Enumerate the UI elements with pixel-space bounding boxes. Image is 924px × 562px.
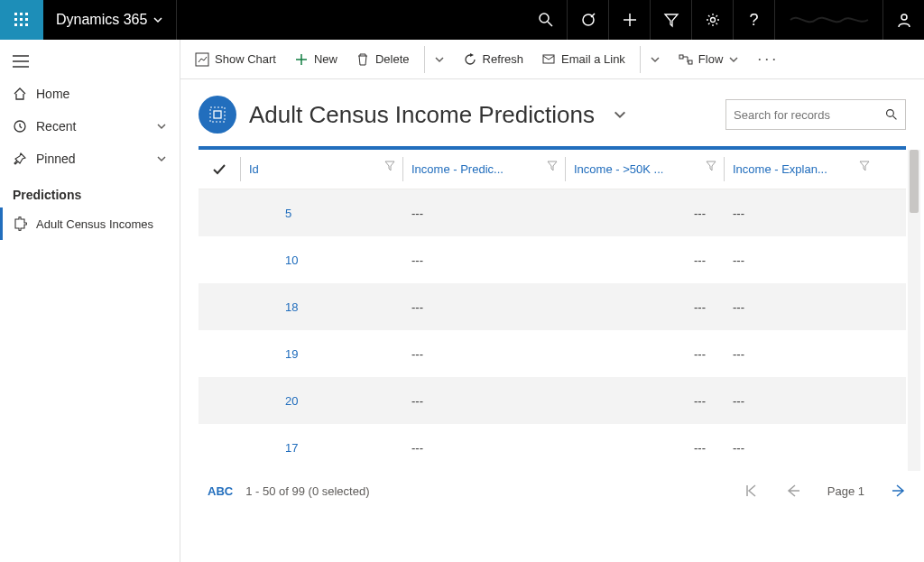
chevron-down-icon: [152, 14, 163, 25]
table-row[interactable]: 18---------: [199, 283, 906, 330]
next-page-button[interactable]: [892, 484, 906, 498]
column-select-all[interactable]: [199, 150, 240, 189]
cmd-label: Email a Link: [561, 52, 625, 66]
plus-icon: [294, 52, 309, 67]
record-range-label: 1 - 50 of 99 (0 selected): [245, 484, 369, 498]
table-row[interactable]: 5---------: [199, 189, 906, 236]
email-split-chevron[interactable]: [640, 46, 666, 73]
refresh-button[interactable]: Refresh: [457, 46, 530, 73]
flow-button[interactable]: Flow: [673, 46, 744, 73]
svg-rect-2: [25, 13, 28, 15]
cell-id[interactable]: 10: [240, 253, 402, 267]
chevron-down-icon: [434, 54, 445, 65]
svg-rect-27: [210, 107, 225, 122]
cell-prediction: ---: [402, 441, 565, 455]
column-label: Income - Explan...: [733, 162, 827, 176]
svg-rect-0: [14, 13, 17, 15]
cell-explanation: ---: [724, 347, 877, 361]
table-row[interactable]: 19---------: [199, 330, 906, 377]
new-button[interactable]: New: [289, 46, 343, 73]
svg-rect-8: [25, 23, 28, 26]
cmd-label: New: [314, 52, 337, 66]
sidebar-item-home[interactable]: Home: [0, 78, 180, 110]
top-navbar: Dynamics 365 ?: [0, 0, 924, 40]
ellipsis-icon: ···: [757, 50, 779, 69]
gear-icon: [705, 12, 721, 28]
chevron-down-icon: [156, 153, 167, 164]
column-header-gt50k[interactable]: Income - >50K ...: [565, 150, 724, 189]
svg-rect-26: [688, 60, 692, 64]
show-chart-button[interactable]: Show Chart: [189, 46, 282, 73]
chart-icon: [195, 52, 209, 67]
app-launcher-button[interactable]: [0, 0, 43, 40]
cell-id[interactable]: 20: [240, 394, 402, 408]
alpha-filter-button[interactable]: ABC: [199, 484, 233, 498]
more-commands-button[interactable]: ···: [752, 46, 784, 73]
column-header-id[interactable]: Id: [240, 150, 402, 189]
filter-icon[interactable]: [859, 161, 870, 171]
svg-point-15: [710, 18, 715, 23]
email-link-button[interactable]: Email a Link: [536, 46, 631, 73]
trash-icon: [356, 52, 370, 67]
svg-rect-25: [679, 55, 683, 59]
puzzle-icon: [13, 217, 27, 231]
grid-icon: [208, 106, 226, 124]
grid-scrollbar[interactable]: [908, 150, 920, 471]
filter-icon[interactable]: [547, 161, 558, 171]
record-search[interactable]: [725, 99, 906, 130]
svg-rect-28: [214, 111, 221, 118]
table-row[interactable]: 17---------: [199, 424, 906, 471]
sidebar-item-adult-census[interactable]: Adult Census Incomes: [0, 207, 180, 240]
scribble-icon: [789, 11, 870, 29]
first-page-button[interactable]: [744, 484, 759, 498]
product-switcher[interactable]: Dynamics 365: [43, 0, 177, 40]
sidebar-item-pinned[interactable]: Pinned: [0, 143, 180, 175]
flow-icon: [679, 52, 693, 67]
chevron-down-icon: [156, 121, 167, 132]
main-area: Show Chart New Delete Refresh Email a Li…: [180, 40, 924, 562]
column-header-prediction[interactable]: Income - Predic...: [402, 150, 565, 189]
sidebar: Home Recent Pinned Predictions Adult Cen…: [0, 40, 180, 562]
cell-prediction: ---: [402, 300, 565, 314]
cmd-label: Delete: [375, 52, 410, 66]
cell-gt50k: ---: [565, 253, 724, 267]
search-button[interactable]: [525, 0, 567, 40]
sidebar-toggle[interactable]: [0, 45, 180, 78]
filter-icon[interactable]: [384, 161, 395, 171]
delete-button[interactable]: Delete: [350, 46, 415, 73]
settings-button[interactable]: [691, 0, 733, 40]
plus-icon: [622, 12, 638, 28]
add-button[interactable]: [608, 0, 650, 40]
cell-id[interactable]: 18: [240, 300, 402, 314]
refresh-icon: [463, 52, 477, 67]
table-row[interactable]: 20---------: [199, 377, 906, 424]
user-signature: [774, 0, 882, 40]
search-icon: [538, 12, 554, 28]
cell-id[interactable]: 17: [240, 441, 402, 455]
delete-split-chevron[interactable]: [424, 46, 450, 73]
search-input[interactable]: [734, 108, 885, 122]
user-profile-button[interactable]: [882, 0, 924, 40]
cmd-label: Refresh: [483, 52, 524, 66]
scrollbar-thumb[interactable]: [910, 150, 919, 213]
assistant-button[interactable]: [567, 0, 608, 40]
cell-explanation: ---: [724, 300, 877, 314]
grid-header: Id Income - Predic... Income - >50K ... …: [199, 150, 906, 189]
cell-id[interactable]: 5: [240, 207, 402, 220]
filter-button[interactable]: [650, 0, 691, 40]
cell-id[interactable]: 19: [240, 347, 402, 361]
cell-prediction: ---: [402, 207, 565, 220]
check-icon: [212, 162, 226, 177]
svg-point-16: [901, 14, 907, 20]
prev-page-button[interactable]: [786, 484, 800, 498]
search-icon: [885, 107, 898, 122]
product-name: Dynamics 365: [56, 12, 147, 28]
sidebar-item-recent[interactable]: Recent: [0, 110, 180, 143]
table-row[interactable]: 10---------: [199, 236, 906, 283]
column-header-explanation[interactable]: Income - Explan...: [724, 150, 877, 189]
topbar-actions: ?: [525, 0, 924, 40]
cmd-label: Flow: [698, 52, 723, 66]
help-button[interactable]: ?: [733, 0, 774, 40]
view-selector-chevron[interactable]: [613, 107, 627, 122]
filter-icon[interactable]: [706, 161, 716, 171]
